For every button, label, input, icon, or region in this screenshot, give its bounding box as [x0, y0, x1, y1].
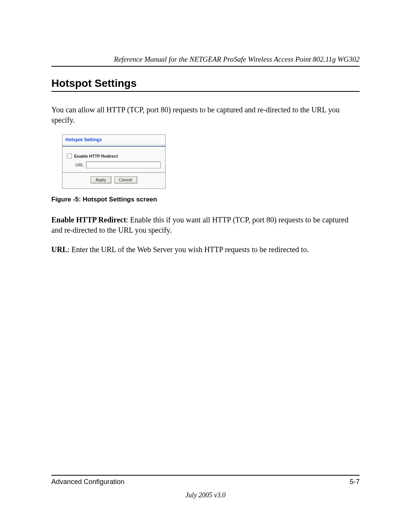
apply-button[interactable]: Apply [91, 176, 111, 183]
figure-wrap: Hotspot Settings Enable HTTP Redirect UR… [62, 134, 360, 203]
section-title: Hotspot Settings [51, 77, 360, 92]
definition-enable-redirect: Enable HTTP Redirect: Enable this if you… [51, 215, 360, 235]
enable-redirect-label: Enable HTTP Redirect [74, 154, 118, 158]
enable-redirect-checkbox[interactable] [67, 153, 72, 158]
definition-text-2: : Enter the URL of the Web Server you wi… [67, 245, 309, 254]
figure-caption: Figure -5: Hotspot Settings screen [51, 196, 360, 203]
page-footer: Advanced Configuration 5-7 July 2005 v3.… [51, 475, 360, 499]
panel-divider [62, 172, 165, 173]
enable-redirect-row: Enable HTTP Redirect [67, 153, 161, 158]
footer-page-number: 5-7 [350, 478, 360, 486]
intro-paragraph: You can allow all HTTP (TCP, port 80) re… [51, 105, 360, 125]
panel-body: Enable HTTP Redirect URL Apply Cancel [62, 146, 165, 189]
panel-title: Hotspot Settings [62, 135, 165, 144]
footer-version: July 2005 v3.0 [51, 491, 360, 499]
url-input[interactable] [86, 161, 161, 168]
definition-url: URL: Enter the URL of the Web Server you… [51, 244, 360, 255]
page: Reference Manual for the NETGEAR ProSafe… [0, 0, 411, 532]
url-label: URL [67, 163, 86, 167]
footer-chapter: Advanced Configuration [51, 478, 124, 486]
panel-buttons: Apply Cancel [67, 176, 161, 185]
url-row: URL [67, 161, 161, 168]
definition-term-1: Enable HTTP Redirect [51, 216, 126, 224]
hotspot-settings-screenshot: Hotspot Settings Enable HTTP Redirect UR… [62, 134, 166, 189]
page-header: Reference Manual for the NETGEAR ProSafe… [51, 55, 360, 67]
definition-term-2: URL [51, 245, 67, 254]
footer-rule: Advanced Configuration 5-7 [51, 475, 360, 486]
cancel-button[interactable]: Cancel [114, 176, 137, 183]
